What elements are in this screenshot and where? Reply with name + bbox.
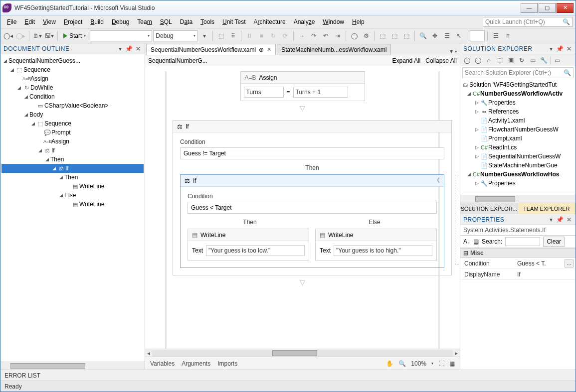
- ellipsis-button[interactable]: …: [565, 260, 574, 267]
- sln-props[interactable]: ▷🔧Properties: [461, 98, 575, 107]
- tree-then[interactable]: ◢Then: [1, 155, 144, 164]
- dropdown-icon[interactable]: ▾: [548, 45, 555, 52]
- menu-project[interactable]: Project: [60, 17, 86, 27]
- fit-icon[interactable]: ⛶: [438, 360, 444, 367]
- sln-refs[interactable]: ▷▪▪References: [461, 107, 575, 116]
- if-activity-inner[interactable]: ⚖If《 Condition Guess < Target Then Else: [180, 174, 444, 268]
- error-list-tab[interactable]: ERROR LIST: [0, 370, 576, 381]
- solution-hscroll[interactable]: [460, 195, 576, 203]
- pan-icon[interactable]: ✋: [386, 360, 393, 367]
- tree-sequence2[interactable]: ◢⬚Sequence: [1, 119, 144, 128]
- start-debug-button[interactable]: Start ▾: [60, 30, 89, 41]
- expand-all-button[interactable]: Expand All: [392, 57, 421, 64]
- tab-solution-explorer[interactable]: SOLUTION EXPLOR...: [460, 203, 518, 214]
- zoom-icon[interactable]: 🔍: [398, 360, 406, 367]
- menu-unittest[interactable]: Unit Test: [219, 17, 249, 27]
- arguments-button[interactable]: Arguments: [182, 360, 210, 367]
- tree-if[interactable]: ◢⚖If: [1, 146, 144, 155]
- step-into-button[interactable]: →: [296, 30, 307, 41]
- stop-button[interactable]: ■: [256, 30, 267, 41]
- pin-icon[interactable]: 📌: [126, 45, 133, 52]
- tb-icon-2[interactable]: ⠿: [227, 30, 238, 41]
- se-fwd-icon[interactable]: ◯: [473, 57, 482, 64]
- tab-dropdown-icon[interactable]: ▾: [450, 48, 453, 55]
- dropdown-icon[interactable]: ▾: [548, 216, 555, 223]
- assign-value-input[interactable]: Turns + 1: [293, 87, 348, 98]
- sln-smwf[interactable]: 📄StateMachineNumberGue: [461, 161, 575, 170]
- workflow-designer[interactable]: A=BAssign Turns = Turns + 1 ▽ ⚖If Condit…: [145, 66, 460, 349]
- tb-misc-3[interactable]: ⬚: [377, 30, 388, 41]
- tb-misc-4[interactable]: ⬚: [389, 30, 400, 41]
- menu-data[interactable]: Data: [177, 17, 196, 27]
- sln-seqwf[interactable]: ▷📄SequentialNumberGuessW: [461, 152, 575, 161]
- writeline-low[interactable]: ▤WriteLine Text "Your guess is too low.": [188, 229, 309, 261]
- sln-prompt[interactable]: 📄Prompt.xaml: [461, 134, 575, 143]
- menu-file[interactable]: File: [3, 17, 20, 27]
- condition-input-outer[interactable]: Guess != Target: [180, 147, 444, 159]
- tb-layout-2[interactable]: ≡: [502, 30, 513, 41]
- collapse-all-button[interactable]: Collapse All: [425, 57, 457, 64]
- props-category-misc[interactable]: ⊟Misc: [460, 248, 576, 258]
- props-search-input[interactable]: [505, 237, 540, 246]
- find-button[interactable]: 🔍: [417, 30, 428, 41]
- tree-else[interactable]: ◢Else: [1, 191, 144, 200]
- imports-button[interactable]: Imports: [217, 360, 237, 367]
- close-button[interactable]: ✕: [557, 3, 574, 13]
- collapse-icon[interactable]: 《: [434, 176, 440, 185]
- assign-to-input[interactable]: Turns: [244, 87, 284, 98]
- solution-search-input[interactable]: Search Solution Explorer (Ctrl+;) 🔍: [462, 67, 574, 78]
- writeline-text-low[interactable]: "Your guess is too low.": [206, 245, 305, 256]
- new-project-button[interactable]: 🗎▾: [32, 30, 43, 41]
- condition-input-inner[interactable]: Guess < Target: [188, 202, 437, 214]
- menu-debug[interactable]: Debug: [108, 17, 133, 27]
- designer-hscroll[interactable]: ◂ ▸: [145, 349, 460, 357]
- tab-sequential[interactable]: SequentialNumberGuessWorkflow.xaml ⊕ ✕: [146, 44, 276, 55]
- tree-assign2[interactable]: A=BAssign: [1, 137, 144, 146]
- outline-hscroll[interactable]: [0, 362, 145, 370]
- menu-help[interactable]: Help: [349, 17, 368, 27]
- tb-misc-1[interactable]: ◯: [349, 30, 360, 41]
- close-panel-icon[interactable]: ✕: [135, 45, 142, 52]
- tree-dowhile[interactable]: ◢↻DoWhile: [1, 83, 144, 92]
- nav-back-button[interactable]: ◯◂: [2, 30, 14, 41]
- sln-readint[interactable]: ▷C#ReadInt.cs: [461, 143, 575, 152]
- close-panel-icon[interactable]: ✕: [566, 45, 573, 52]
- if-activity-outer[interactable]: ⚖If Condition Guess != Target Then ⚖If《: [173, 120, 452, 275]
- close-panel-icon[interactable]: ✕: [566, 216, 573, 223]
- zoom-dropdown-icon[interactable]: ▾: [431, 361, 433, 366]
- zoom-value[interactable]: 100%: [411, 360, 426, 367]
- tb-misc-5[interactable]: ⬚: [401, 30, 412, 41]
- props-row-displayname[interactable]: DisplayName If: [460, 269, 576, 280]
- sln-proj2[interactable]: ◢C#NumberGuessWorkflowHos: [461, 170, 575, 179]
- props-clear-button[interactable]: Clear: [543, 237, 565, 247]
- step-out-button[interactable]: ↶: [320, 30, 331, 41]
- tab-pin-icon[interactable]: ⊕: [259, 46, 264, 53]
- se-home-icon[interactable]: ⌂: [484, 57, 493, 64]
- writeline-text-high[interactable]: "Your guess is too high.": [334, 245, 432, 256]
- minimize-button[interactable]: —: [521, 3, 538, 13]
- props-row-condition[interactable]: Condition Guess < T.…: [460, 258, 576, 269]
- restart-button[interactable]: ↻: [268, 30, 279, 41]
- nav-fwd-button[interactable]: ◯▸: [15, 30, 26, 41]
- se-sync-icon[interactable]: ▣: [506, 57, 515, 64]
- menu-build[interactable]: Build: [87, 17, 107, 27]
- run-to-button[interactable]: ⇥: [332, 30, 343, 41]
- tb-layout-1[interactable]: ☰: [490, 30, 501, 41]
- tree-writeline1[interactable]: ▤WriteLine: [1, 182, 144, 191]
- menu-architecture[interactable]: Architecture: [250, 17, 289, 27]
- tb-icon-1[interactable]: ⬚: [215, 30, 226, 41]
- tab-statemachine[interactable]: StateMachineNumb...essWorkflow.xaml: [277, 44, 391, 55]
- sort-az-icon[interactable]: A↓: [463, 238, 470, 245]
- else-drop-target[interactable]: Drop activity: [455, 175, 460, 264]
- refresh-button[interactable]: ⟳: [280, 30, 291, 41]
- se-refresh-icon[interactable]: ↻: [517, 57, 526, 64]
- tree-condition[interactable]: ◢Condition: [1, 92, 144, 101]
- dropdown-icon[interactable]: ▾: [117, 45, 124, 52]
- categorize-icon[interactable]: ▤: [473, 238, 479, 245]
- sln-props2[interactable]: ▷🔧Properties: [461, 179, 575, 188]
- pause-button[interactable]: ⏸: [244, 30, 255, 41]
- tab-close-icon[interactable]: ✕: [267, 46, 271, 53]
- sln-activity1[interactable]: 📄Activity1.xaml: [461, 116, 575, 125]
- pin-icon[interactable]: 📌: [557, 216, 564, 223]
- tb-combo-2[interactable]: [470, 30, 485, 41]
